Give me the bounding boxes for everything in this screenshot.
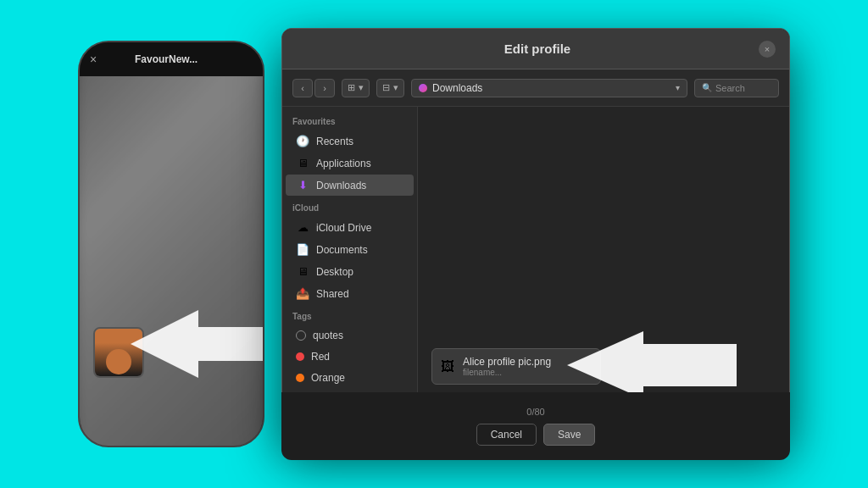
- dialog-title-bar: Edit profile ×: [282, 29, 789, 69]
- sidebar-item-tag-orange[interactable]: Orange: [286, 368, 414, 388]
- phone-top-bar: × FavourNew...: [80, 42, 263, 76]
- arrange-icon: ⊟: [382, 82, 390, 93]
- svg-marker-0: [131, 310, 263, 378]
- downloads-label: Downloads: [316, 180, 366, 191]
- tag-quotes-label: quotes: [313, 330, 343, 341]
- dialog-toolbar: ‹ › ⊞ ▾ ⊟ ▾ Downloads ▾ 🔍 Search: [282, 69, 789, 107]
- grid-icon: ⊞: [348, 82, 355, 93]
- tags-label: Tags: [282, 312, 417, 324]
- big-arrow-icon: [567, 331, 737, 399]
- sidebar-item-recents[interactable]: 🕐 Recents: [286, 130, 414, 152]
- phone-content: [80, 76, 263, 446]
- documents-icon: 📄: [296, 243, 309, 256]
- search-bar[interactable]: 🔍 Search: [694, 79, 779, 97]
- sidebar-item-desktop[interactable]: 🖥 Desktop: [286, 261, 414, 282]
- location-label: Downloads: [432, 82, 482, 94]
- search-icon: 🔍: [702, 83, 712, 92]
- profile-save-button[interactable]: Save: [543, 424, 595, 446]
- favourites-label: Favourites: [282, 117, 417, 130]
- file-icon: 🖼: [441, 359, 454, 374]
- back-button[interactable]: ‹: [292, 79, 313, 97]
- downloads-icon: ⬇: [296, 179, 309, 191]
- arrange-dropdown[interactable]: ⊟ ▾: [376, 79, 404, 97]
- location-bar[interactable]: Downloads ▾: [411, 79, 687, 97]
- desktop-icon: 🖥: [296, 265, 309, 278]
- nav-buttons: ‹ ›: [292, 79, 335, 97]
- tag-red-label: Red: [311, 351, 330, 363]
- tag-orange-icon: [296, 374, 304, 382]
- phone-overlay: [80, 76, 263, 446]
- char-count: 0/80: [526, 407, 544, 417]
- avatar-head: [106, 349, 131, 374]
- forward-button[interactable]: ›: [314, 79, 335, 97]
- view-dropdown[interactable]: ⊞ ▾: [342, 79, 370, 97]
- chevron-down-icon-2: ▾: [393, 82, 398, 93]
- profile-action-buttons: Cancel Save: [476, 424, 596, 446]
- tag-quotes-icon: [296, 330, 306, 341]
- svg-marker-1: [567, 331, 737, 399]
- location-icon: [419, 84, 427, 92]
- chevron-down-icon: ▾: [359, 82, 364, 93]
- file-dialog: Edit profile × ‹ › ⊞ ▾ ⊟ ▾ Downloads ▾: [281, 28, 790, 443]
- applications-label: Applications: [316, 158, 371, 169]
- icloud-drive-label: iCloud Drive: [316, 222, 371, 234]
- profile-cancel-button[interactable]: Cancel: [476, 424, 537, 446]
- dialog-wrapper: Edit profile × ‹ › ⊞ ▾ ⊟ ▾ Downloads ▾: [281, 28, 790, 460]
- applications-icon: 🖥: [296, 157, 309, 169]
- left-arrow-icon: [131, 302, 263, 386]
- sidebar-item-applications[interactable]: 🖥 Applications: [286, 152, 414, 174]
- desktop-label: Desktop: [316, 266, 353, 278]
- sidebar-item-shared[interactable]: 📤 Shared: [286, 283, 414, 304]
- recents-label: Recents: [316, 136, 353, 147]
- tag-red-icon: [296, 352, 304, 361]
- phone-close-button[interactable]: ×: [90, 53, 97, 66]
- documents-label: Documents: [316, 244, 368, 256]
- phone-title: FavourNew...: [135, 53, 198, 65]
- dialog-close-button[interactable]: ×: [759, 41, 776, 58]
- profile-edit-bottom: 0/80 Cancel Save: [281, 392, 790, 460]
- recents-icon: 🕐: [296, 135, 309, 147]
- icloud-drive-icon: ☁: [296, 221, 309, 234]
- icloud-label: iCloud: [282, 203, 417, 216]
- dialog-title: Edit profile: [316, 42, 759, 56]
- sidebar-item-downloads[interactable]: ⬇ Downloads: [286, 175, 414, 196]
- tag-orange-label: Orange: [311, 372, 345, 384]
- sidebar-item-tag-red[interactable]: Red: [286, 347, 414, 367]
- location-chevron-icon: ▾: [676, 83, 680, 92]
- file-grid: 🖼 Alice profile pic.png filename...: [418, 107, 789, 398]
- phone-mockup: × FavourNew...: [78, 41, 264, 447]
- sidebar-item-documents[interactable]: 📄 Documents: [286, 239, 414, 260]
- sidebar-item-icloud-drive[interactable]: ☁ iCloud Drive: [286, 217, 414, 238]
- shared-label: Shared: [316, 288, 349, 300]
- shared-icon: 📤: [296, 287, 309, 300]
- sidebar-item-tag-quotes[interactable]: quotes: [286, 325, 414, 346]
- search-placeholder: Search: [715, 83, 745, 93]
